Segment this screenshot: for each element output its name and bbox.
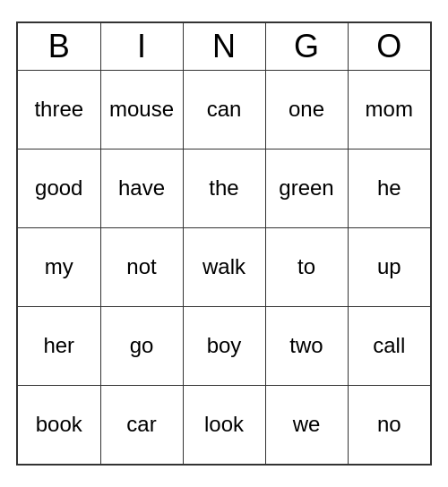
table-cell: walk <box>183 227 265 306</box>
table-cell: call <box>348 306 430 385</box>
table-cell: car <box>100 385 183 464</box>
bingo-table: B I N G O threemousecanonemomgoodhavethe… <box>18 23 430 464</box>
header-i: I <box>100 23 183 70</box>
table-cell: mom <box>348 70 430 149</box>
table-cell: we <box>265 385 348 464</box>
cell-text: mouse <box>101 97 183 122</box>
cell-text: mom <box>349 97 431 122</box>
bingo-card: B I N G O threemousecanonemomgoodhavethe… <box>16 21 432 466</box>
cell-text: my <box>18 254 100 279</box>
table-cell: good <box>18 149 100 227</box>
table-cell: green <box>265 149 348 227</box>
table-cell: my <box>18 227 100 306</box>
header-o: O <box>348 23 430 70</box>
cell-text: good <box>18 175 100 201</box>
table-cell: not <box>100 227 183 306</box>
cell-text: three <box>18 97 100 122</box>
header-g: G <box>265 23 348 70</box>
cell-text: green <box>266 175 348 201</box>
table-cell: go <box>100 306 183 385</box>
table-row: bookcarlookweno <box>18 385 430 464</box>
cell-text: one <box>266 97 348 122</box>
cell-text: he <box>349 175 431 201</box>
cell-text: we <box>266 412 348 437</box>
table-cell: no <box>348 385 430 464</box>
cell-text: car <box>101 412 183 437</box>
table-cell: up <box>348 227 430 306</box>
cell-text: the <box>184 175 265 201</box>
cell-text: have <box>101 175 183 201</box>
cell-text: to <box>266 254 348 279</box>
cell-text: two <box>266 333 348 358</box>
cell-text: book <box>18 412 100 437</box>
table-cell: look <box>183 385 265 464</box>
table-cell: book <box>18 385 100 464</box>
table-cell: to <box>265 227 348 306</box>
table-cell: one <box>265 70 348 149</box>
cell-text: up <box>349 254 431 279</box>
cell-text: no <box>349 412 431 437</box>
table-cell: three <box>18 70 100 149</box>
cell-text: walk <box>184 254 265 279</box>
header-b: B <box>18 23 100 70</box>
table-cell: boy <box>183 306 265 385</box>
header-row: B I N G O <box>18 23 430 70</box>
table-cell: two <box>265 306 348 385</box>
cell-text: not <box>101 254 183 279</box>
cell-text: can <box>184 97 265 122</box>
table-cell: her <box>18 306 100 385</box>
cell-text: boy <box>184 333 265 358</box>
cell-text: call <box>349 333 431 358</box>
table-cell: have <box>100 149 183 227</box>
table-cell: mouse <box>100 70 183 149</box>
table-cell: can <box>183 70 265 149</box>
table-row: mynotwalktoup <box>18 227 430 306</box>
cell-text: her <box>18 333 100 358</box>
header-n: N <box>183 23 265 70</box>
table-cell: he <box>348 149 430 227</box>
cell-text: go <box>101 333 183 358</box>
table-row: hergoboytwocall <box>18 306 430 385</box>
table-row: threemousecanonemom <box>18 70 430 149</box>
table-row: goodhavethegreenhe <box>18 149 430 227</box>
table-cell: the <box>183 149 265 227</box>
cell-text: look <box>184 412 265 437</box>
